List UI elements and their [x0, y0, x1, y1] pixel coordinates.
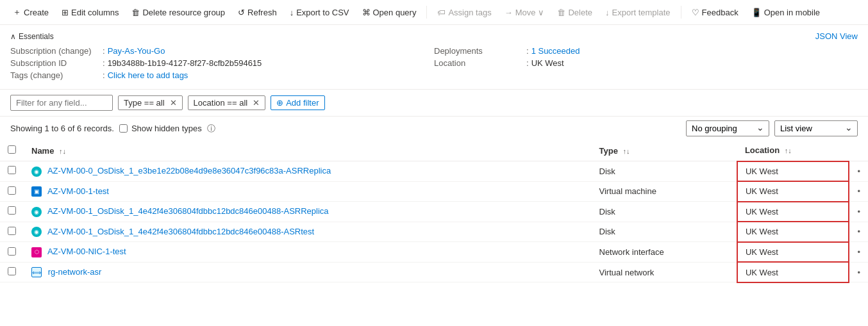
- row-checkbox-2[interactable]: [8, 186, 16, 195]
- open-mobile-label: Open in mobile: [764, 8, 820, 17]
- open-query-button[interactable]: ⌘ Open query: [357, 5, 422, 20]
- toolbar: ＋ Create ⊞ Edit columns 🗑 Delete resourc…: [0, 0, 868, 25]
- type-cell-5: Network interface: [592, 242, 737, 263]
- name-cell-1: ◉ AZ-VM-00-0_OsDisk_1_e3be1e22b08e4d9e8e…: [24, 161, 592, 182]
- assign-tags-icon: 🏷: [437, 8, 446, 17]
- location-header-label: Location: [745, 145, 780, 155]
- resources-table: Name ↑↓ Type ↑↓ Location ↑↓ ◉ AZ-VM-00-0: [0, 140, 868, 283]
- row-checkbox-cell: [0, 242, 24, 263]
- resource-link-1[interactable]: AZ-VM-00-0_OsDisk_1_e3be1e22b08e4d9e8e36…: [47, 166, 331, 175]
- subscription-id-value: 19b3488b-1b19-4127-8f27-8cfb2b594615: [108, 58, 262, 68]
- location-cell-5: UK West: [737, 242, 849, 263]
- edit-columns-button[interactable]: ⊞ Edit columns: [56, 5, 124, 20]
- refresh-label: Refresh: [247, 8, 277, 17]
- subscription-id-label: Subscription ID: [10, 58, 100, 68]
- resource-link-5[interactable]: AZ-VM-00-NIC-1-test: [47, 247, 126, 256]
- type-column-header[interactable]: Type ↑↓: [592, 140, 737, 161]
- add-filter-label: Add filter: [286, 98, 319, 108]
- row-checkbox-cell: [0, 222, 24, 242]
- row-checkbox-cell: [0, 181, 24, 202]
- table-row: ⬡ AZ-VM-00-NIC-1-test Network interface …: [0, 242, 868, 263]
- delete-button[interactable]: 🗑 Delete: [552, 5, 597, 20]
- toolbar-divider: [426, 6, 427, 19]
- name-cell-3: ◉ AZ-VM-00-1_OsDisk_1_4e42f4e306804fdbbc…: [24, 202, 592, 222]
- refresh-button[interactable]: ↺ Refresh: [233, 5, 282, 20]
- table-body: ◉ AZ-VM-00-0_OsDisk_1_e3be1e22b08e4d9e8e…: [0, 161, 868, 282]
- move-button[interactable]: → Move ∨: [499, 5, 550, 20]
- type-filter-remove[interactable]: ✕: [170, 98, 177, 108]
- export-template-button[interactable]: ↓ Export template: [600, 5, 676, 20]
- essentials-body: Subscription (change) : Pay-As-You-Go Su…: [10, 46, 858, 83]
- export-csv-icon: ↓: [290, 8, 294, 17]
- delete-rg-button[interactable]: 🗑 Delete resource group: [126, 5, 230, 20]
- records-info: Showing 1 to 6 of 6 records. Show hidden…: [10, 123, 215, 134]
- json-view-link[interactable]: JSON View: [815, 31, 858, 41]
- feedback-button[interactable]: ♡ Feedback: [687, 5, 744, 20]
- export-template-label: Export template: [612, 8, 671, 17]
- show-hidden-label[interactable]: Show hidden types: [119, 124, 202, 133]
- tags-value[interactable]: Click here to add tags: [108, 70, 188, 80]
- open-query-icon: ⌘: [362, 8, 371, 17]
- name-column-header[interactable]: Name ↑↓: [24, 140, 592, 161]
- assign-tags-button[interactable]: 🏷 Assign tags: [432, 5, 496, 20]
- location-cell-3: UK West: [737, 202, 849, 222]
- type-header-label: Type: [599, 146, 618, 156]
- assign-tags-label: Assign tags: [448, 8, 491, 17]
- location-cell-1: UK West: [737, 161, 849, 182]
- tags-label: Tags (change): [10, 70, 100, 80]
- export-template-icon: ↓: [605, 8, 610, 17]
- type-cell-2: Virtual machine: [592, 181, 737, 202]
- row-checkbox-cell: [0, 161, 24, 182]
- location-filter-remove[interactable]: ✕: [253, 98, 260, 108]
- search-input[interactable]: [10, 95, 113, 111]
- row-actions-1[interactable]: •: [849, 161, 868, 182]
- grouping-select[interactable]: No grouping Resource typeLocationTag: [686, 120, 769, 136]
- move-icon: →: [505, 8, 513, 17]
- deployments-row: Deployments : 1 Succeeded: [434, 46, 858, 56]
- type-filter-label: Type == all: [124, 98, 165, 108]
- edit-columns-label: Edit columns: [71, 8, 119, 17]
- resource-link-4[interactable]: AZ-VM-00-1_OsDisk_1_4e42f4e306804fdbbc12…: [47, 227, 314, 236]
- show-hidden-text: Show hidden types: [131, 124, 202, 133]
- resource-link-2[interactable]: AZ-VM-00-1-test: [47, 186, 109, 196]
- row-checkbox-6[interactable]: [8, 267, 16, 275]
- subscription-value[interactable]: Pay-As-You-Go: [108, 46, 165, 56]
- row-checkbox-cell: [0, 202, 24, 222]
- row-actions-2[interactable]: •: [849, 181, 868, 202]
- open-mobile-button[interactable]: 📱 Open in mobile: [746, 5, 825, 20]
- resource-link-6[interactable]: rg-network-asr: [48, 267, 102, 277]
- select-all-checkbox[interactable]: [8, 145, 16, 154]
- resource-link-3[interactable]: AZ-VM-00-1_OsDisk_1_4e42f4e306804fdbbc12…: [47, 206, 329, 216]
- refresh-icon: ↺: [238, 8, 245, 17]
- feedback-label: Feedback: [702, 8, 739, 17]
- row-actions-4[interactable]: •: [849, 222, 868, 242]
- create-button[interactable]: ＋ Create: [8, 4, 54, 20]
- filter-bar: Type == all ✕ Location == all ✕ ⊕ Add fi…: [0, 90, 868, 117]
- create-icon: ＋: [13, 6, 21, 18]
- row-actions-3[interactable]: •: [849, 202, 868, 222]
- delete-icon: 🗑: [557, 8, 565, 17]
- info-icon[interactable]: ⓘ: [207, 123, 215, 134]
- delete-rg-label: Delete resource group: [142, 8, 225, 17]
- toolbar-divider-2: [681, 6, 681, 19]
- row-actions-5[interactable]: •: [849, 242, 868, 263]
- location-column-header[interactable]: Location ↑↓: [737, 140, 849, 161]
- deployments-value[interactable]: 1 Succeeded: [531, 46, 580, 56]
- create-label: Create: [24, 8, 49, 17]
- view-select[interactable]: List view Compact view: [774, 120, 858, 136]
- row-checkbox-3[interactable]: [8, 206, 16, 215]
- row-checkbox-1[interactable]: [8, 166, 16, 174]
- essentials-header: ∧ Essentials JSON View: [10, 31, 858, 41]
- add-filter-button[interactable]: ⊕ Add filter: [271, 95, 324, 110]
- select-all-header[interactable]: [0, 140, 24, 161]
- resources-table-container: Name ↑↓ Type ↑↓ Location ↑↓ ◉ AZ-VM-00-0: [0, 140, 868, 283]
- location-row: Location : UK West: [434, 58, 858, 68]
- export-csv-button[interactable]: ↓ Export to CSV: [285, 5, 355, 20]
- essentials-toggle[interactable]: ∧ Essentials: [10, 32, 54, 41]
- row-actions-6[interactable]: •: [849, 262, 868, 282]
- show-hidden-checkbox[interactable]: [119, 124, 128, 133]
- row-checkbox-4[interactable]: [8, 227, 16, 235]
- row-checkbox-5[interactable]: [8, 247, 16, 256]
- table-header: Name ↑↓ Type ↑↓ Location ↑↓: [0, 140, 868, 161]
- essentials-title: Essentials: [19, 32, 54, 41]
